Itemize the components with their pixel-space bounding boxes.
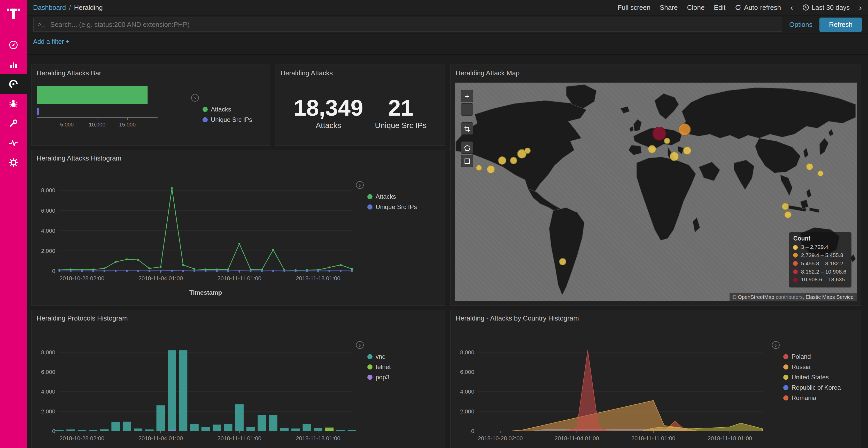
svg-text:2,000: 2,000 (460, 408, 474, 415)
metric-unique-src-ips: 21 Unique Src IPs (375, 96, 427, 130)
map-legend-item: 10,908.6 – 13,635 (793, 276, 846, 284)
time-back-button[interactable]: ‹ (790, 3, 793, 12)
legend-color-dot (793, 269, 798, 274)
svg-text:2018-11-04 01:00: 2018-11-04 01:00 (138, 275, 183, 281)
attack-bubble[interactable] (498, 157, 506, 165)
legend-item[interactable]: Attacks (367, 193, 445, 200)
attack-bubble[interactable] (487, 165, 495, 173)
add-filter-button[interactable]: Add a filter + (33, 38, 69, 45)
attack-bubble[interactable] (559, 258, 566, 265)
svg-text:8,000: 8,000 (41, 349, 55, 356)
fit-bounds-button[interactable] (461, 122, 473, 135)
legend-item[interactable]: United States (783, 374, 861, 381)
sidebar-item-monitoring-selected[interactable] (0, 74, 27, 94)
metric-label: Attacks (294, 121, 363, 130)
search-box: >_ (33, 17, 782, 32)
bar-histogram-chart[interactable]: 02,0004,0006,0008,0002018-10-28 02:00201… (32, 326, 360, 448)
clock-icon (802, 4, 809, 11)
map-legend-label: 5,455.8 – 8,182.2 (801, 260, 843, 268)
attack-bubble[interactable] (524, 148, 531, 154)
legend-item[interactable]: Unique Src IPs (367, 203, 445, 211)
attack-bubble[interactable] (664, 138, 670, 144)
horizontal-bar-chart[interactable]: 5,00010,00015,000 (32, 80, 192, 142)
attack-bubble[interactable] (784, 211, 792, 218)
panel-attacks-bar: Heralding Attacks Bar 5,00010,00015,000 … (31, 65, 270, 145)
panel-country-histogram: Heralding - Attacks by Country Histogram… (450, 310, 861, 448)
legend-item[interactable]: Unique Src IPs (203, 116, 270, 123)
legend-item[interactable]: vnc (367, 353, 445, 360)
search-input[interactable] (49, 20, 778, 29)
legend-label: United States (792, 374, 829, 381)
clone-button[interactable]: Clone (687, 4, 705, 11)
panel-title: Heralding Attacks (275, 65, 445, 80)
full-screen-button[interactable]: Full screen (618, 4, 650, 11)
edit-button[interactable]: Edit (714, 4, 725, 11)
legend-item[interactable]: Romania (783, 394, 861, 402)
svg-text:2018-11-11 01:00: 2018-11-11 01:00 (631, 435, 675, 442)
query-bar: >_ Options Refresh (27, 15, 868, 34)
map-legend-item: 2,729.4 – 5,455.8 (793, 251, 846, 260)
attack-bubble[interactable] (806, 163, 813, 170)
legend-label: pop3 (376, 374, 389, 381)
map-attribution: © OpenStreetMap contributors, Elastic Ma… (730, 293, 857, 301)
sidebar-item-settings[interactable] (0, 153, 27, 172)
time-forward-button[interactable]: › (859, 3, 862, 12)
world-map[interactable]: + − (455, 82, 857, 301)
svg-text:8,000: 8,000 (41, 187, 55, 194)
panel-attacks-metric: Heralding Attacks 18,349 Attacks 21 Uniq… (275, 65, 445, 145)
area-chart[interactable]: 02,0004,0006,0008,0002018-10-28 02:00201… (451, 326, 771, 448)
metric-label: Unique Src IPs (375, 121, 427, 130)
attack-bubble[interactable] (683, 146, 691, 154)
line-chart[interactable]: 02,0004,0006,0008,0002018-10-28 02:00201… (32, 166, 360, 299)
map-legend-items: 3 – 2,729.42,729.4 – 5,455.85,455.8 – 8,… (793, 243, 846, 284)
svg-text:2,000: 2,000 (41, 248, 55, 254)
attack-bubble[interactable] (678, 123, 691, 136)
draw-rectangle-button[interactable] (461, 155, 473, 167)
legend-color-dot (367, 365, 373, 370)
sidebar-item-dashboard[interactable] (0, 35, 27, 55)
panel-attacks-histogram: Heralding Attacks Histogram 02,0004,0006… (31, 150, 445, 306)
attack-bubble[interactable] (670, 152, 679, 161)
attack-bubble[interactable] (648, 145, 656, 153)
sidebar-item-health[interactable] (0, 133, 27, 153)
zoom-out-button[interactable]: − (461, 103, 473, 115)
breadcrumb-dashboard-link[interactable]: Dashboard (33, 4, 66, 11)
gauge-icon (8, 79, 19, 89)
auto-refresh-button[interactable]: Auto-refresh (735, 4, 781, 11)
attack-bubble[interactable] (652, 127, 666, 140)
attack-bubble[interactable] (510, 157, 518, 164)
metric-value: 21 (375, 96, 427, 120)
sidebar-item-bugs[interactable] (0, 94, 27, 113)
legend-collapse-icon[interactable]: › (191, 94, 199, 102)
legend-item[interactable]: Attacks (203, 106, 270, 113)
panel-title: Heralding Protocols Histogram (32, 310, 445, 326)
legend-collapse-icon[interactable]: › (356, 341, 364, 349)
legend-item[interactable]: telnet (367, 364, 445, 371)
legend-item[interactable]: pop3 (367, 374, 445, 381)
draw-polygon-button[interactable] (461, 141, 473, 154)
legend-color-dot (783, 385, 788, 390)
attack-bubble[interactable] (817, 170, 824, 176)
svg-text:0: 0 (52, 428, 55, 434)
legend-collapse-icon[interactable]: › (772, 341, 780, 349)
attack-bubble[interactable] (781, 203, 789, 210)
panel-title: Heralding Attack Map (451, 65, 861, 80)
svg-text:2018-10-28 02:00: 2018-10-28 02:00 (59, 435, 104, 442)
legend-item[interactable]: Republic of Korea (783, 384, 861, 391)
refresh-button[interactable]: Refresh (820, 17, 862, 32)
options-link[interactable]: Options (789, 21, 812, 28)
sidebar-item-tools[interactable] (0, 113, 27, 133)
sidebar-item-visualize[interactable] (0, 55, 27, 74)
legend-collapse-icon[interactable]: › (356, 181, 364, 189)
bar-chart-icon (8, 59, 19, 70)
metric-attacks: 18,349 Attacks (294, 96, 363, 130)
svg-text:4,000: 4,000 (41, 388, 55, 395)
time-range-button[interactable]: Last 30 days (802, 4, 850, 11)
legend-item[interactable]: Poland (783, 353, 861, 360)
attack-bubble[interactable] (475, 165, 482, 171)
refresh-icon (735, 4, 741, 11)
share-button[interactable]: Share (660, 4, 678, 11)
legend-item[interactable]: Russia (783, 364, 861, 371)
zoom-in-button[interactable]: + (461, 90, 473, 102)
svg-text:2018-11-04 01:00: 2018-11-04 01:00 (138, 435, 183, 442)
